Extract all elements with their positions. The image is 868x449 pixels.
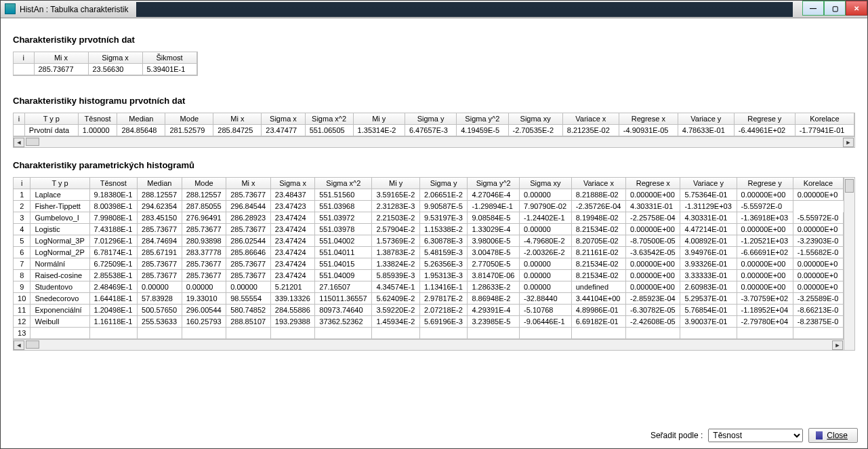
cell-value: 0.00000E+0 <box>793 224 843 235</box>
cell-value: 8.86948E-2 <box>468 293 520 305</box>
sort-select[interactable]: Těsnost <box>708 429 803 442</box>
col-header[interactable]: Sigma y^2 <box>468 178 520 189</box>
col-header[interactable]: Sigma y <box>405 113 456 125</box>
col-header[interactable]: Sigma y^2 <box>457 113 508 125</box>
col-header[interactable]: Variace x <box>571 178 625 189</box>
col-header[interactable]: Mi x <box>213 113 262 125</box>
table-row[interactable]: 1Laplace9.18380E-1288.12557288.12557285.… <box>14 189 844 201</box>
cell-value: 500.57650 <box>138 305 182 316</box>
cell-value: 551.04002 <box>315 235 372 247</box>
table-row[interactable]: 12Weibull1.16118E-1255.53633160.25793288… <box>14 316 844 328</box>
col-header[interactable]: Regrese y <box>737 178 793 189</box>
maximize-button[interactable]: ▢ <box>824 1 846 16</box>
col-header[interactable]: Sigma x^2 <box>305 113 353 125</box>
hscrollbar-2[interactable]: ◄ ► <box>13 340 844 351</box>
cell-value: -8.70500E-05 <box>626 235 680 247</box>
table-row[interactable]: 8Raised-cosine2.85538E-1285.73677285.736… <box>14 270 844 281</box>
cell-value: -6.30782E-05 <box>626 305 680 316</box>
col-header[interactable]: Korelace <box>793 178 843 189</box>
col-header[interactable]: Regrese x <box>619 113 678 125</box>
cell-value: undefined <box>571 281 625 293</box>
cell-value: 3.93326E-01 <box>680 258 737 270</box>
window-close-button[interactable]: ✕ <box>846 1 867 16</box>
col-header[interactable]: i <box>14 178 30 189</box>
cell-value: 285.73677 <box>226 270 271 281</box>
col-header[interactable]: Sigma xy <box>520 178 572 189</box>
col-header[interactable]: i <box>14 113 24 125</box>
table-row[interactable]: 13 <box>14 328 844 339</box>
col-header[interactable]: Sigma x <box>88 52 142 64</box>
table-row[interactable]: 2Fisher-Tippett8.00398E-1294.62354287.85… <box>14 201 844 212</box>
scroll-left-icon[interactable]: ◄ <box>14 138 24 147</box>
cell-value: 2.06651E-2 <box>419 189 468 201</box>
table-row[interactable]: 10Snedecorovo1.64418E-157.8392819.330109… <box>14 293 844 305</box>
table-row[interactable]: 9Studentovo2.48469E-10.000000.000000.000… <box>14 281 844 293</box>
col-header[interactable]: Mi x <box>34 52 88 64</box>
table-row[interactable]: 6LogNormal_2P6.78174E-1285.67191283.3777… <box>14 247 844 258</box>
cell-value: 3.33333E-01 <box>680 270 737 281</box>
close-button[interactable]: Close <box>808 428 858 443</box>
cell-value: 5.39401E-1 <box>142 64 197 75</box>
table-row[interactable]: 3Gumbelovo_I7.99808E-1283.45150276.96491… <box>14 212 844 224</box>
hscrollbar-1[interactable]: ◄ ► <box>13 137 855 148</box>
scroll-thumb[interactable] <box>845 179 854 193</box>
cell-value: 285.67191 <box>138 247 182 258</box>
col-header[interactable]: Regrese y <box>734 113 795 125</box>
col-header[interactable]: Mi x <box>226 178 271 189</box>
row-index: 7 <box>14 258 30 270</box>
col-header[interactable]: Variace x <box>562 113 619 125</box>
col-header[interactable]: Sigma x <box>270 178 315 189</box>
cell-value: 0.00000 <box>520 224 572 235</box>
col-header[interactable]: Sigma x <box>262 113 305 125</box>
table-row[interactable]: 4Logistic7.43188E-1285.73677285.73677285… <box>14 224 844 235</box>
vscrollbar[interactable] <box>844 177 855 351</box>
cell-value: 1.57369E-2 <box>372 235 420 247</box>
col-header[interactable]: Mi y <box>372 178 420 189</box>
cell-value: 3.44104E+00 <box>571 293 625 305</box>
cell-value: -8.23875E-0 <box>793 316 843 328</box>
cell-value: -1.18952E+04 <box>737 305 793 316</box>
col-header[interactable]: i <box>14 52 34 64</box>
scroll-left-icon[interactable]: ◄ <box>14 340 24 350</box>
col-header[interactable]: Šikmost <box>142 52 197 64</box>
cell-value: -3.70759E+02 <box>737 293 793 305</box>
cell-value: 285.73677 <box>226 258 271 270</box>
col-header[interactable]: T y p <box>30 178 89 189</box>
scroll-right-icon[interactable]: ► <box>832 340 843 350</box>
table-row[interactable]: 5LogNormal_3P7.01296E-1284.74694280.9389… <box>14 235 844 247</box>
col-header[interactable]: Variace y <box>680 178 737 189</box>
col-header[interactable]: Median <box>138 178 182 189</box>
table-row[interactable]: 7Normální6.72509E-1285.73677285.73677285… <box>14 258 844 270</box>
col-header[interactable]: Variace y <box>678 113 734 125</box>
cell-value: -2.85923E-04 <box>626 293 680 305</box>
col-header[interactable]: Median <box>117 113 165 125</box>
col-header[interactable]: Mode <box>182 178 226 189</box>
col-header[interactable]: Sigma x^2 <box>315 178 372 189</box>
cell-value: 0.00000 <box>138 281 182 293</box>
col-header[interactable]: Mode <box>165 113 213 125</box>
row-type: Laplace <box>30 189 89 201</box>
scroll-thumb[interactable] <box>26 340 39 349</box>
minimize-button[interactable]: — <box>802 1 824 16</box>
cell-value: 8.21534E-02 <box>571 224 625 235</box>
scroll-right-icon[interactable]: ► <box>843 138 854 147</box>
col-header[interactable]: Sigma y <box>419 178 468 189</box>
cell-value: -2.25758E-04 <box>626 212 680 224</box>
col-header[interactable]: Těsnost <box>89 178 138 189</box>
col-header[interactable]: T y p <box>24 113 78 125</box>
col-header[interactable]: Těsnost <box>78 113 117 125</box>
cell-value: 6.30878E-3 <box>419 235 468 247</box>
col-header[interactable]: Korelace <box>795 113 854 125</box>
cell-value: 2.21503E-2 <box>372 212 420 224</box>
cell-value: 5.85939E-3 <box>372 270 420 281</box>
cell-value: 285.73677 <box>182 258 226 270</box>
cell-value: -3.23903E-0 <box>793 235 843 247</box>
cell-value <box>626 328 680 339</box>
cell-value: 255.53633 <box>138 316 182 328</box>
cell-value: 8.20705E-02 <box>571 235 625 247</box>
col-header[interactable]: Mi y <box>353 113 405 125</box>
table-row[interactable]: 11Exponenciální1.20498E-1500.57650296.00… <box>14 305 844 316</box>
col-header[interactable]: Sigma xy <box>508 113 562 125</box>
scroll-thumb[interactable] <box>26 138 39 146</box>
col-header[interactable]: Regrese x <box>626 178 680 189</box>
